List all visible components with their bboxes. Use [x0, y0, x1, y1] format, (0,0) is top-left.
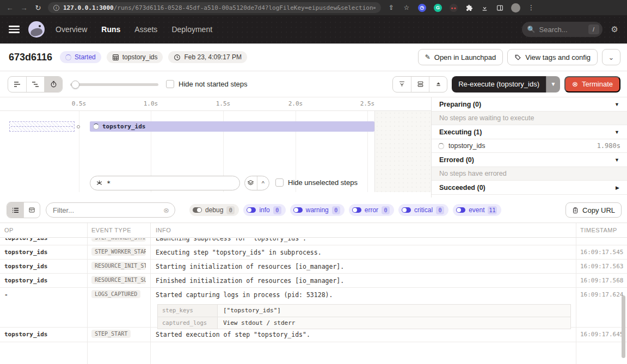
hide-not-started-checkbox[interactable]: Hide not started steps	[166, 80, 247, 88]
bookmark-star-icon[interactable]: ☆	[403, 4, 410, 11]
job-name-tag[interactable]: topstory_ids	[107, 51, 163, 63]
gantt-toolbar-right: Re-execute (topstory_ids) ▼ ⊗ Terminate	[392, 76, 620, 92]
slider-thumb[interactable]	[71, 81, 79, 89]
spinner-icon	[65, 54, 71, 60]
slider-track	[70, 83, 158, 86]
log-toolbar: ⊗ debug 0 info 0 warning 0 error 0	[0, 198, 627, 223]
caret-down-icon: ▼	[614, 102, 619, 107]
event-type-chip: STEP_WORKER_STARTED	[91, 248, 146, 256]
step-selector-input[interactable]: *	[90, 176, 240, 190]
spinner-icon	[93, 124, 99, 129]
clear-filter-icon[interactable]: ⊗	[163, 206, 169, 214]
level-toggle-info[interactable]: info 0	[243, 204, 285, 216]
collapse-up-icon[interactable]: ^	[257, 176, 269, 190]
side-panel-icon[interactable]	[496, 4, 503, 11]
section-preparing[interactable]: Preparing (0) ▼	[432, 97, 627, 112]
reexecute-dropdown-button[interactable]: ▼	[546, 76, 560, 92]
browser-profile-avatar[interactable]	[511, 3, 520, 13]
level-count: 0	[273, 206, 281, 214]
column-header-op: OP	[4, 227, 14, 233]
settings-gear-icon[interactable]: ⚙	[611, 24, 618, 34]
run-steps-panel: Preparing (0) ▼ No steps are waiting to …	[432, 97, 627, 198]
extensions-puzzle-icon[interactable]	[465, 4, 473, 11]
table-row[interactable]: topstory_ids RESOURCE_INIT_STAR_ Startin…	[0, 260, 627, 274]
level-toggle-event[interactable]: event 11	[453, 204, 501, 216]
metadata-row: step_keys ["topstory_ids"]	[158, 305, 570, 317]
section-succeeded[interactable]: Succeeded (0) ▶	[432, 181, 627, 195]
terminate-button[interactable]: ⊗ Terminate	[564, 76, 620, 92]
gantt-step-bar[interactable]: topstory_ids	[90, 121, 374, 132]
clock-icon	[174, 54, 181, 61]
tag-icon	[514, 54, 521, 61]
browser-back-icon[interactable]: ←	[5, 4, 14, 12]
site-info-icon[interactable]: i	[53, 5, 59, 11]
extension-icon-blue[interactable]: ◷	[418, 4, 426, 12]
section-errored[interactable]: Errored (0) ▼	[432, 153, 627, 167]
app-window: ← → ↻ i 127.0.0.1:3000/runs/673d6116-052…	[0, 0, 627, 364]
waterfall-view-icon[interactable]	[26, 77, 44, 92]
column-header-info: INFO	[156, 227, 171, 233]
list-view-icon[interactable]	[7, 202, 23, 218]
hide-unselected-checkbox[interactable]: Hide unselected steps	[275, 178, 358, 187]
toggle-on-icon	[352, 207, 361, 213]
browser-menu-icon[interactable]: ⋮	[528, 4, 534, 11]
share-icon[interactable]: ⇧	[388, 4, 395, 11]
menu-hamburger-icon[interactable]	[9, 26, 20, 33]
view-stdout-stderr-link[interactable]: View stdout / stderr	[218, 317, 570, 329]
level-toggle-debug[interactable]: debug 0	[189, 204, 239, 216]
column-header-event-type: EVENT TYPE	[91, 227, 131, 233]
checkbox-box[interactable]	[275, 178, 284, 187]
level-count: 11	[488, 206, 496, 214]
gantt-chart: 0.5s 1.0s 1.5s 2.0s 2.5s topstory_ids *	[0, 97, 432, 198]
log-filter-input[interactable]: ⊗	[46, 202, 175, 218]
address-bar[interactable]: i 127.0.0.1:3000/runs/673d6116-0528-45df…	[48, 2, 381, 13]
scroll-to-top-icon[interactable]	[393, 77, 411, 92]
level-toggle-error[interactable]: error 0	[349, 204, 394, 216]
global-search[interactable]: 🔍 Search... /	[522, 22, 603, 37]
table-row[interactable]: topstory_ids STEP_WORKER_STARTI_ Launchi…	[0, 238, 627, 245]
flat-view-icon[interactable]	[8, 77, 26, 92]
view-tags-config-button[interactable]: View tags and config	[507, 49, 598, 65]
extension-icon-dark[interactable]: ●●	[450, 4, 458, 12]
table-row-logs-captured[interactable]: - LOGS_CAPTURED Started capturing logs i…	[0, 288, 627, 328]
checkbox-box[interactable]	[166, 80, 174, 88]
downloads-icon[interactable]	[481, 4, 488, 11]
run-more-actions-button[interactable]: ⌄	[602, 49, 620, 65]
nav-item-deployment[interactable]: Deployment	[171, 25, 212, 34]
event-log-table: OP EVENT TYPE INFO TIMESTAMP topstory_id…	[0, 223, 627, 364]
filter-text-field[interactable]	[53, 206, 163, 214]
table-body: topstory_ids STEP_WORKER_STARTI_ Launchi…	[0, 238, 627, 364]
open-in-launchpad-button[interactable]: ✎ Open in Launchpad	[418, 49, 503, 65]
table-row[interactable]: topstory_ids STEP_START Started executio…	[0, 328, 627, 342]
log-view-segment	[7, 202, 40, 218]
gantt-selector-row: * ^ Hide unselected steps	[0, 176, 432, 192]
table-row[interactable]: topstory_ids STEP_WORKER_STARTED Executi…	[0, 245, 627, 260]
timed-view-icon[interactable]	[44, 77, 62, 92]
scroll-to-bottom-icon[interactable]	[429, 77, 447, 92]
copy-url-button[interactable]: Copy URL	[565, 202, 622, 218]
executing-step-row[interactable]: topstory_ids 1.980s	[432, 139, 627, 153]
gantt-zoom-slider[interactable]	[70, 77, 158, 92]
reexecute-button[interactable]: Re-execute (topstory_ids)	[452, 76, 546, 92]
table-row[interactable]: topstory_ids RESOURCE_INIT_SUCC_ Finishe…	[0, 274, 627, 288]
toggle-on-icon	[247, 207, 256, 213]
level-toggle-warning[interactable]: warning 0	[290, 204, 345, 216]
event-type-chip: RESOURCE_INIT_STAR_	[91, 262, 146, 270]
table-scrollbar-thumb[interactable]	[622, 295, 625, 358]
nav-item-overview[interactable]: Overview	[56, 25, 87, 34]
dagster-logo[interactable]	[28, 21, 45, 38]
axis-tick: 2.0s	[288, 100, 303, 107]
nav-item-runs[interactable]: Runs	[101, 25, 120, 34]
structured-view-icon[interactable]	[23, 202, 40, 218]
nav-item-assets[interactable]: Assets	[134, 25, 157, 34]
terminate-x-icon: ⊗	[572, 80, 578, 88]
level-toggle-critical[interactable]: critical 0	[398, 204, 448, 216]
step-duration: 1.980s	[597, 142, 620, 150]
gantt-step-marker	[77, 125, 80, 128]
browser-forward-icon[interactable]: →	[20, 4, 28, 12]
browser-reload-icon[interactable]: ↻	[34, 4, 42, 12]
extension-icon-grammarly[interactable]: G	[434, 4, 442, 12]
section-executing[interactable]: Executing (1) ▼	[432, 125, 627, 139]
rows-icon[interactable]	[411, 77, 429, 92]
layers-icon[interactable]	[245, 176, 257, 190]
